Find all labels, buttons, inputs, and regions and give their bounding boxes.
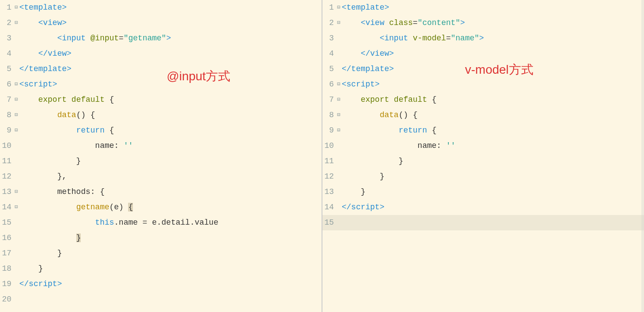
- code-line[interactable]: 13⊟ methods: {: [0, 184, 322, 200]
- code-line[interactable]: 13 }: [322, 184, 644, 200]
- line-number: 13: [322, 184, 336, 200]
- code-line[interactable]: 14</script>: [322, 200, 644, 215]
- code-text: <view>: [19, 15, 322, 31]
- code-line[interactable]: 7⊟ export default {: [0, 92, 322, 108]
- code-line[interactable]: 3 <input v-model="name">: [322, 31, 644, 46]
- code-text: }: [19, 230, 322, 246]
- code-line[interactable]: 10 name: '': [0, 138, 322, 154]
- fold-icon[interactable]: ⊟: [336, 108, 342, 123]
- editor-pane-left: @input方式 1⊟<template>2⊟ <view>3 <input @…: [0, 0, 322, 312]
- code-line[interactable]: 19</script>: [0, 276, 322, 292]
- code-text: return {: [19, 123, 322, 138]
- code-line[interactable]: 15: [322, 215, 644, 230]
- scrollbar[interactable]: [641, 0, 644, 312]
- line-number: 12: [0, 169, 13, 184]
- fold-icon[interactable]: ⊟: [13, 15, 19, 31]
- line-number: 15: [0, 215, 13, 230]
- code-line[interactable]: 11 }: [322, 154, 644, 169]
- line-number: 11: [0, 154, 13, 169]
- code-line[interactable]: 6⊟<script>: [322, 77, 644, 92]
- code-text: }: [342, 169, 644, 184]
- fold-icon[interactable]: ⊟: [13, 77, 19, 92]
- code-line[interactable]: 7⊟ export default {: [322, 92, 644, 108]
- line-number: 3: [0, 31, 13, 46]
- code-text: data() {: [19, 108, 322, 123]
- code-text: return {: [342, 123, 644, 138]
- line-number: 7: [0, 92, 13, 108]
- code-text: <template>: [342, 0, 644, 15]
- code-line[interactable]: 15 this.name = e.detail.value: [0, 215, 322, 230]
- code-line[interactable]: 2⊟ <view>: [0, 15, 322, 31]
- code-line[interactable]: 11 }: [0, 154, 322, 169]
- code-text: }: [19, 154, 322, 169]
- code-line[interactable]: 14⊟ getname(e) {: [0, 200, 322, 215]
- line-number: 14: [322, 200, 336, 215]
- line-number: 14: [0, 200, 13, 215]
- line-number: 6: [322, 77, 336, 92]
- line-number: 4: [0, 46, 13, 61]
- code-line[interactable]: 2⊟ <view class="content">: [322, 15, 644, 31]
- code-text: <input @input="getname">: [19, 31, 322, 46]
- line-number: 12: [322, 169, 336, 184]
- line-number: 15: [322, 215, 336, 230]
- code-text: </template>: [19, 61, 322, 77]
- line-number: 19: [0, 276, 13, 292]
- code-line[interactable]: 1⊟<template>: [322, 0, 644, 15]
- code-line[interactable]: 6⊟<script>: [0, 77, 322, 92]
- code-line[interactable]: 18 }: [0, 261, 322, 276]
- line-number: 18: [0, 261, 13, 276]
- fold-icon[interactable]: ⊟: [13, 200, 19, 215]
- line-number: 17: [0, 246, 13, 261]
- fold-icon[interactable]: ⊟: [13, 184, 19, 200]
- code-line[interactable]: 16 }: [0, 230, 322, 246]
- fold-icon[interactable]: ⊟: [13, 123, 19, 138]
- code-line[interactable]: 9⊟ return {: [0, 123, 322, 138]
- code-text: <view class="content">: [342, 15, 644, 31]
- line-number: 8: [322, 108, 336, 123]
- code-text: </script>: [19, 276, 322, 292]
- code-line[interactable]: 4 </view>: [322, 46, 644, 61]
- line-number: 7: [322, 92, 336, 108]
- fold-icon[interactable]: ⊟: [336, 92, 342, 108]
- line-number: 20: [0, 292, 13, 307]
- code-area-left[interactable]: 1⊟<template>2⊟ <view>3 <input @input="ge…: [0, 0, 322, 307]
- code-text: }: [342, 154, 644, 169]
- code-text: methods: {: [19, 184, 322, 200]
- code-text: }: [342, 184, 644, 200]
- code-line[interactable]: 9⊟ return {: [322, 123, 644, 138]
- fold-icon[interactable]: ⊟: [336, 123, 342, 138]
- line-number: 9: [0, 123, 13, 138]
- code-line[interactable]: 3 <input @input="getname">: [0, 31, 322, 46]
- code-line[interactable]: 4 </view>: [0, 46, 322, 61]
- code-text: </script>: [342, 200, 644, 215]
- code-line[interactable]: 12 },: [0, 169, 322, 184]
- code-line[interactable]: 5</template>: [0, 61, 322, 77]
- line-number: 5: [0, 61, 13, 77]
- fold-icon[interactable]: ⊟: [336, 15, 342, 31]
- code-line[interactable]: 5</template>: [322, 61, 644, 77]
- fold-icon[interactable]: ⊟: [336, 0, 342, 15]
- code-text: name: '': [19, 138, 322, 154]
- code-line[interactable]: 20: [0, 292, 322, 307]
- line-number: 2: [322, 15, 336, 31]
- code-line[interactable]: 10 name: '': [322, 138, 644, 154]
- fold-icon[interactable]: ⊟: [13, 92, 19, 108]
- line-number: 2: [0, 15, 13, 31]
- line-number: 6: [0, 77, 13, 92]
- code-text: data() {: [342, 108, 644, 123]
- code-line[interactable]: 8⊟ data() {: [0, 108, 322, 123]
- code-line[interactable]: 12 }: [322, 169, 644, 184]
- fold-icon[interactable]: ⊟: [13, 0, 19, 15]
- code-line[interactable]: 17 }: [0, 246, 322, 261]
- code-line[interactable]: 8⊟ data() {: [322, 108, 644, 123]
- code-line[interactable]: 1⊟<template>: [0, 0, 322, 15]
- code-text: }: [19, 246, 322, 261]
- code-area-right[interactable]: 1⊟<template>2⊟ <view class="content">3 <…: [322, 0, 644, 230]
- code-text: </view>: [342, 46, 644, 61]
- code-text: getname(e) {: [19, 200, 322, 215]
- fold-icon[interactable]: ⊟: [13, 108, 19, 123]
- fold-icon[interactable]: ⊟: [336, 77, 342, 92]
- line-number: 4: [322, 46, 336, 61]
- code-text: name: '': [342, 138, 644, 154]
- line-number: 9: [322, 123, 336, 138]
